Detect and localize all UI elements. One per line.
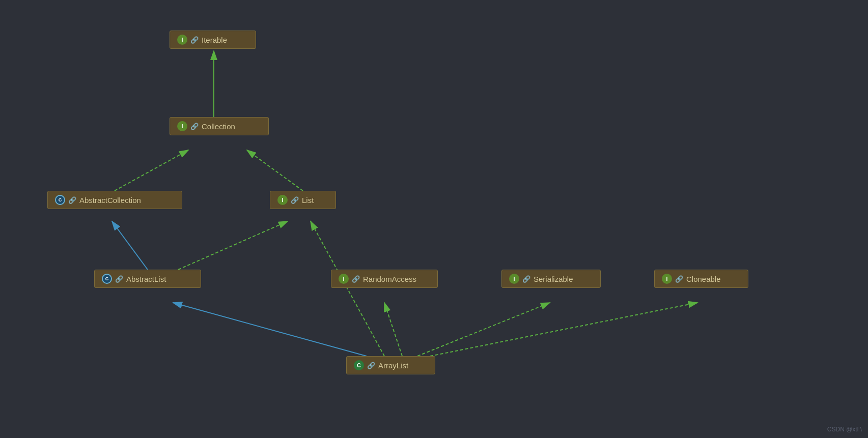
label-collection: Collection	[202, 122, 235, 131]
node-list: I 🔗 List	[270, 191, 336, 209]
node-serializable: I 🔗 Serializable	[501, 270, 601, 288]
label-iterable: Iterable	[202, 36, 227, 44]
node-abstractcollection: C 🔗 AbstractCollection	[47, 191, 182, 209]
badge-abstractcollection: C	[55, 195, 65, 205]
node-randomaccess: I 🔗 RandomAccess	[331, 270, 438, 288]
label-arraylist: ArrayList	[378, 361, 408, 370]
badge-cloneable: I	[662, 274, 672, 284]
link-icon-collection: 🔗	[190, 123, 199, 130]
arrow-arraylist-cloneable	[430, 303, 697, 356]
badge-collection: I	[177, 121, 187, 131]
node-abstractlist: C 🔗 AbstractList	[94, 270, 201, 288]
label-serializable: Serializable	[534, 275, 573, 283]
arrow-list-collection	[247, 150, 303, 191]
watermark: CSDN @xtl \	[827, 426, 862, 433]
link-icon-serializable: 🔗	[522, 275, 530, 283]
link-icon-iterable: 🔗	[190, 36, 199, 44]
badge-arraylist: C	[354, 360, 364, 370]
link-icon-abstractcollection: 🔗	[68, 196, 76, 204]
arrow-abstractcollection-collection	[115, 150, 188, 191]
node-collection: I 🔗 Collection	[170, 117, 269, 135]
arrow-arraylist-list	[311, 221, 384, 356]
link-icon-abstractlist: 🔗	[115, 275, 123, 283]
link-icon-cloneable: 🔗	[675, 275, 683, 283]
badge-abstractlist: C	[102, 274, 112, 284]
label-abstractlist: AbstractList	[126, 275, 166, 283]
link-icon-randomaccess: 🔗	[352, 275, 360, 283]
badge-randomaccess: I	[339, 274, 349, 284]
arrow-arraylist-serializable	[417, 303, 550, 356]
arrow-arraylist-randomaccess	[384, 303, 402, 356]
arrow-abstractlist-list	[178, 221, 288, 270]
link-icon-list: 🔗	[291, 196, 299, 204]
badge-serializable: I	[509, 274, 519, 284]
badge-list: I	[277, 195, 288, 205]
arrow-arraylist-abstractlist	[173, 303, 367, 356]
node-iterable: I 🔗 Iterable	[170, 31, 256, 49]
badge-iterable: I	[177, 35, 187, 45]
label-list: List	[302, 196, 314, 205]
node-arraylist: C 🔗 ArrayList	[346, 356, 435, 374]
link-icon-arraylist: 🔗	[367, 362, 375, 369]
label-randomaccess: RandomAccess	[363, 275, 416, 283]
label-cloneable: Cloneable	[686, 275, 721, 283]
arrow-abstractlist-abstractcollection	[112, 221, 148, 270]
label-abstractcollection: AbstractCollection	[79, 196, 141, 205]
node-cloneable: I 🔗 Cloneable	[654, 270, 748, 288]
